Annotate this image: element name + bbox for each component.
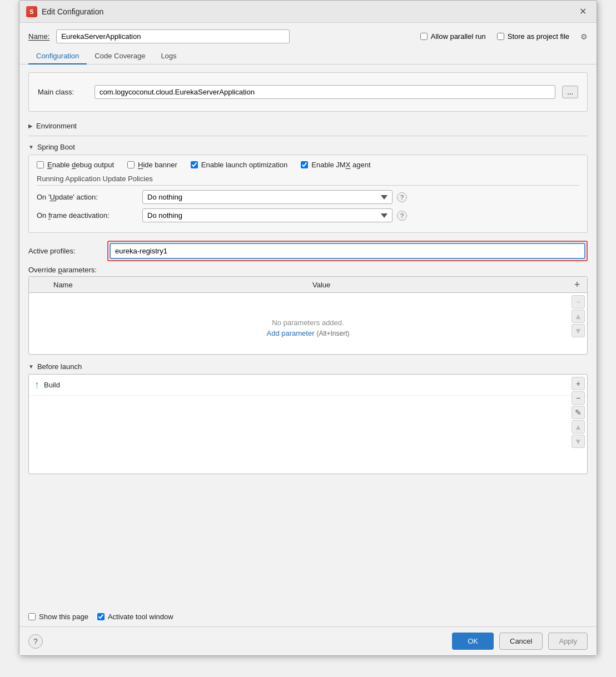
on-frame-row: On frame deactivation: Do nothing Update… (37, 208, 579, 222)
before-launch-section: Before launch ↑ Build + + − ✎ ▲ ▼ (28, 362, 588, 474)
active-profiles-row: Active profiles: (28, 241, 588, 261)
tab-code-coverage[interactable]: Code Coverage (87, 48, 153, 64)
before-launch-edit-side-btn[interactable]: ✎ (572, 406, 585, 419)
spring-boot-header[interactable]: Spring Boot (28, 143, 588, 151)
before-launch-side-buttons: + − ✎ ▲ ▼ (569, 375, 587, 450)
no-params-text: No parameters added. (272, 318, 344, 327)
add-parameter-hint: (Alt+Insert) (316, 330, 349, 337)
tabs-row: Configuration Code Coverage Logs (19, 48, 597, 64)
spring-boot-section: Spring Boot Enable debug output Hide ban… (28, 143, 588, 233)
tab-logs[interactable]: Logs (153, 48, 184, 64)
hide-banner-row: Hide banner (127, 161, 177, 169)
on-update-dropdown[interactable]: Do nothing Update classes and resources … (142, 190, 393, 204)
content-area: Main class: ... Environment Spring Boot (19, 64, 597, 607)
tab-configuration[interactable]: Configuration (28, 48, 87, 64)
close-button[interactable]: ✕ (576, 5, 590, 18)
before-launch-remove-side-btn[interactable]: − (572, 391, 585, 405)
params-table-header: Name Value + (29, 277, 587, 293)
active-profiles-label: Active profiles: (28, 247, 101, 255)
show-this-page-row: Show this page (28, 613, 88, 621)
params-table: Name Value + No parameters added. Add pa… (28, 276, 588, 355)
enable-debug-output-checkbox[interactable] (37, 161, 44, 168)
on-frame-dropdown[interactable]: Do nothing Update classes and resources … (142, 208, 393, 222)
store-as-project-file-checkbox[interactable] (497, 33, 504, 40)
allow-parallel-run-checkbox[interactable] (420, 33, 428, 40)
main-class-section: Main class: ... (28, 72, 588, 112)
params-table-body: No parameters added. Add parameter (Alt+… (29, 293, 587, 354)
allow-parallel-run-row: Allow parallel run (420, 32, 486, 41)
cancel-button[interactable]: Cancel (499, 633, 543, 650)
before-launch-up-side-btn: ▲ (572, 420, 585, 434)
title-bar-left: S Edit Configuration (26, 6, 103, 17)
app-icon: S (26, 6, 37, 17)
enable-launch-optimization-checkbox[interactable] (191, 161, 198, 168)
name-label: Name: (28, 32, 49, 41)
on-frame-label: On frame deactivation: (37, 211, 137, 220)
active-profiles-highlight (107, 241, 588, 261)
spring-boot-checkboxes: Enable debug output Hide banner Enable l… (37, 161, 579, 169)
params-remove-btn: − (572, 295, 585, 308)
environment-header[interactable]: Environment (28, 120, 588, 132)
on-update-dropdown-wrap: Do nothing Update classes and resources … (142, 190, 407, 204)
name-input[interactable] (56, 29, 290, 43)
before-launch-collapse-icon (28, 364, 34, 370)
apply-button[interactable]: Apply (548, 633, 588, 650)
show-this-page-label: Show this page (39, 613, 88, 621)
build-row: ↑ Build + (29, 375, 587, 396)
show-this-page-checkbox[interactable] (28, 613, 36, 620)
before-launch-label: Before launch (37, 362, 82, 371)
params-value-col-header: Value (308, 281, 567, 289)
on-frame-dropdown-wrap: Do nothing Update classes and resources … (142, 208, 407, 222)
store-as-project-file-label: Store as project file (508, 32, 569, 41)
on-frame-help-icon[interactable]: ? (397, 211, 407, 221)
edit-configuration-dialog: S Edit Configuration ✕ Name: Allow paral… (19, 0, 597, 656)
ok-button[interactable]: OK (452, 633, 494, 650)
dialog-title: Edit Configuration (42, 7, 103, 16)
bottom-options: Show this page Activate tool window (19, 607, 597, 626)
override-params-section: Override parameters: Name Value + No par… (28, 266, 588, 355)
title-bar: S Edit Configuration ✕ (19, 1, 597, 23)
main-class-label: Main class: (38, 88, 88, 96)
enable-jmx-agent-checkbox[interactable] (301, 161, 308, 168)
active-profiles-input[interactable] (110, 243, 585, 259)
enable-launch-optimization-label: Enable launch optimization (201, 161, 287, 169)
header-options: Allow parallel run Store as project file… (420, 32, 588, 41)
params-down-btn: ▼ (572, 324, 585, 337)
on-update-row: On 'Update' action: Do nothing Update cl… (37, 190, 579, 204)
before-launch-add-side-btn[interactable]: + (572, 377, 585, 390)
separator (28, 136, 588, 136)
activate-tool-window-checkbox[interactable] (97, 613, 105, 620)
launch-optimization-row: Enable launch optimization (191, 161, 287, 169)
jmx-agent-row: Enable JMX agent (301, 161, 370, 169)
before-launch-header[interactable]: Before launch (28, 362, 588, 371)
on-update-label: On 'Update' action: (37, 193, 137, 201)
store-as-project-file-row: Store as project file (497, 32, 569, 41)
debug-output-row: Enable debug output (37, 161, 114, 169)
name-row: Name: Allow parallel run Store as projec… (19, 23, 597, 48)
allow-parallel-run-label: Allow parallel run (431, 32, 486, 41)
main-class-input[interactable] (95, 85, 555, 99)
environment-collapse-icon (28, 123, 33, 129)
footer-buttons: OK Cancel Apply (452, 633, 588, 650)
dialog-footer: ? OK Cancel Apply (19, 626, 597, 655)
environment-section: Environment (28, 120, 588, 132)
add-param-button[interactable]: + (574, 280, 580, 290)
policies-group: Running Application Update Policies On '… (37, 175, 579, 222)
activate-tool-window-label: Activate tool window (108, 613, 173, 621)
gear-icon[interactable]: ⚙ (580, 32, 588, 41)
spring-boot-label: Spring Boot (37, 143, 75, 151)
params-up-btn: ▲ (572, 310, 585, 323)
hide-banner-checkbox[interactable] (127, 161, 135, 168)
on-update-help-icon[interactable]: ? (397, 192, 407, 202)
enable-debug-output-label: Enable debug output (47, 161, 114, 169)
footer-help-button[interactable]: ? (28, 634, 43, 649)
build-arrow-icon: ↑ (34, 379, 39, 391)
browse-button[interactable]: ... (562, 86, 578, 98)
before-launch-body: ↑ Build + + − ✎ ▲ ▼ (28, 374, 588, 474)
hide-banner-label: Hide banner (138, 161, 177, 169)
add-parameter-link[interactable]: Add parameter (266, 329, 314, 337)
params-name-col-header: Name (49, 281, 308, 289)
enable-jmx-agent-label: Enable JMX agent (311, 161, 370, 169)
activate-tool-window-row: Activate tool window (97, 613, 173, 621)
params-add-col: + (567, 280, 587, 290)
